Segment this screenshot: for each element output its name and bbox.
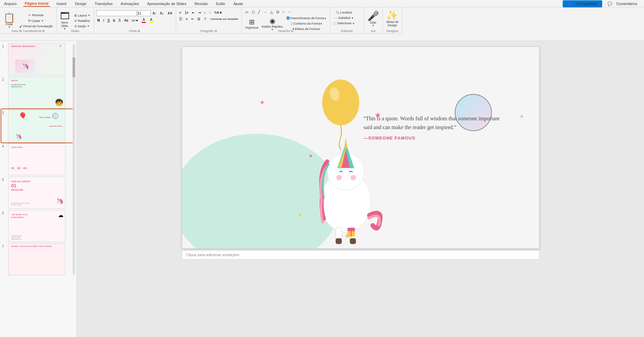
microphone-icon: 🎤 bbox=[367, 11, 379, 21]
organize-icon: ⊞ bbox=[249, 18, 255, 26]
quote-box: “This is a quote. Words full of wisdom t… bbox=[364, 114, 505, 141]
slide-thumb-6[interactable]: 6 THE SLIDE TITLE GOES HERE! ☁ • Bullet … bbox=[1, 209, 73, 243]
justify-button[interactable]: ☰ bbox=[196, 17, 202, 22]
dictate-button[interactable]: 🎤 Ditar ▼ bbox=[366, 9, 381, 29]
slide-preview-7: AUTHOR: YOU CAN TALK ABOUT THAT CONTENT bbox=[8, 243, 65, 275]
slides-label: Slides bbox=[57, 29, 94, 33]
highlight-button[interactable]: A bbox=[148, 17, 155, 24]
slide-scrollbar-thumb[interactable] bbox=[73, 57, 75, 78]
menu-apresentacao[interactable]: Apresentação de Slides bbox=[146, 1, 188, 6]
scissors-icon: ✂ bbox=[28, 13, 31, 17]
svg-point-10 bbox=[351, 175, 356, 180]
comments-button[interactable]: 💬 Comentários bbox=[604, 0, 641, 7]
slide-thumb-4[interactable]: 4 01 02 03 CONCLUSION bbox=[1, 143, 73, 176]
slide-scrollbar-track[interactable] bbox=[73, 44, 75, 275]
menu-design[interactable]: Design bbox=[74, 1, 88, 6]
line-button[interactable]: ╱ bbox=[257, 9, 261, 14]
new-slide-button[interactable]: 🗔 NovoSlide ▼ bbox=[59, 11, 71, 31]
paragraph-label: Parágrafo ⊞ bbox=[176, 29, 242, 33]
numbering-button[interactable]: 1≡ bbox=[183, 10, 190, 15]
replace-icon: ↔ bbox=[334, 16, 337, 20]
text-direction-button[interactable]: ↻A▼ bbox=[213, 10, 224, 15]
svg-marker-8 bbox=[344, 138, 347, 148]
slide-thumb-2[interactable]: 2 WHOA! 🧒 It could be here theimportant … bbox=[1, 76, 73, 109]
triangle-button[interactable]: △ bbox=[269, 9, 274, 14]
svg-rect-14 bbox=[350, 238, 356, 244]
rect-button[interactable]: ▭ bbox=[244, 9, 250, 14]
cylinder-button[interactable]: ⊡ bbox=[275, 9, 280, 14]
top-right-actions: 👤 Compartilhar 💬 Comentários bbox=[560, 0, 644, 7]
char-spacing-button[interactable]: AV▼ bbox=[130, 18, 140, 23]
arrow-button[interactable]: → bbox=[262, 9, 268, 14]
oval-button[interactable]: ○ bbox=[281, 9, 286, 14]
align-right-button[interactable]: ⬰ bbox=[190, 16, 195, 22]
menu-pagina-inicial[interactable]: Página Inicial bbox=[23, 1, 50, 7]
replace-button[interactable]: ↔ Substituir ▼ bbox=[332, 16, 356, 20]
strikethrough-button[interactable]: S̶ bbox=[112, 18, 116, 23]
font-size-input[interactable] bbox=[137, 10, 151, 16]
slide-thumb-7[interactable]: 7 AUTHOR: YOU CAN TALK ABOUT THAT CONTEN… bbox=[1, 243, 73, 276]
line-spacing-button[interactable]: ↕ bbox=[203, 10, 207, 15]
layout-button[interactable]: ⊞ Layout ▼ bbox=[73, 13, 92, 18]
paragraph-expand[interactable]: ⊞ bbox=[215, 29, 217, 33]
cut-button[interactable]: ✂ Recortar bbox=[18, 13, 54, 18]
increase-indent-button[interactable]: ⇥ bbox=[197, 10, 202, 15]
menu-inserir[interactable]: Inserir bbox=[55, 1, 68, 6]
reset-button[interactable]: ↺ Redefinir bbox=[73, 19, 92, 23]
drawing-expand[interactable]: ⊞ bbox=[291, 29, 293, 33]
highlight-icon: A bbox=[149, 18, 153, 23]
quote-author: —SOMEONE FAMOUS bbox=[364, 135, 505, 141]
menu-exibir[interactable]: Exibir bbox=[215, 1, 227, 6]
svg-point-9 bbox=[336, 175, 342, 180]
thumb5-headline: THIS IS A GREAT 01 HEADLINE bbox=[11, 180, 30, 192]
share-icon: 👤 bbox=[566, 1, 573, 7]
menu-revisao[interactable]: Revisão bbox=[193, 1, 209, 6]
increase-font-button[interactable]: A↑ bbox=[151, 11, 158, 16]
columns-button[interactable]: ⫶ bbox=[208, 10, 212, 15]
font-color-button[interactable]: A bbox=[140, 17, 147, 24]
menu-ajuda[interactable]: Ajuda bbox=[232, 1, 244, 6]
fill-button[interactable]: 🪣 Preenchimento de Forma ▼ bbox=[285, 16, 328, 21]
menu-animacoes[interactable]: Animações bbox=[119, 1, 140, 6]
search-icon: 🔍 bbox=[336, 11, 339, 14]
design-ideas-button[interactable]: ✨ Ideias deDesign bbox=[385, 9, 400, 29]
outline-button[interactable]: ⬜ Contorno da Forma ▼ bbox=[285, 21, 328, 26]
slide-thumb-5[interactable]: 5 THIS IS A GREAT 01 HEADLINE 🦄 One word… bbox=[1, 176, 73, 209]
align-center-button[interactable]: ≡ bbox=[185, 17, 189, 22]
slide-preview-2: WHOA! 🧒 It could be here theimportant te… bbox=[8, 76, 65, 109]
editing-label: Editando bbox=[330, 29, 364, 33]
clear-format-button[interactable]: ✗A bbox=[166, 11, 174, 16]
find-button[interactable]: 🔍 Localizar bbox=[332, 10, 356, 15]
slide-thumb-3[interactable]: 3 🎈 🦄 "This is a quote..." —SOMEONE FAMO… bbox=[1, 109, 73, 143]
notes-area[interactable]: Clique para adicionar anotações bbox=[182, 250, 539, 259]
slide-thumb-1[interactable]: 1 FANTASY BIRTHDAY! 🦄 ★ bbox=[1, 42, 73, 76]
decrease-indent-button[interactable]: ⇤ bbox=[191, 10, 196, 15]
bullets-button[interactable]: ≡ bbox=[178, 10, 183, 15]
more-shapes-button[interactable]: ⋯ bbox=[286, 9, 292, 14]
rounded-rect-button[interactable]: ▢ bbox=[250, 9, 256, 14]
underline-button[interactable]: S bbox=[106, 18, 111, 23]
share-button[interactable]: 👤 Compartilhar bbox=[563, 0, 602, 7]
bold-button[interactable]: N bbox=[96, 18, 101, 23]
menu-bar: Arquivo Página Inicial Inserir Design Tr… bbox=[0, 0, 644, 7]
main-slide[interactable]: ★ ★ ★ ★ ★ ★ ★ ★ ★ ★ ★ ★ bbox=[182, 47, 539, 249]
align-text-button[interactable]: ⊤ bbox=[202, 17, 208, 22]
designer-label: Designer bbox=[383, 29, 402, 33]
format-painter-button[interactable]: 🖌 Pincel de Formatação bbox=[18, 24, 54, 29]
menu-arquivo[interactable]: Arquivo bbox=[3, 1, 18, 6]
clipboard-expand[interactable]: ⊞ bbox=[42, 29, 45, 33]
thumb2-title: WHOA! bbox=[11, 80, 18, 82]
section-button[interactable]: § Seção ▼ bbox=[73, 24, 92, 29]
menu-transicoes[interactable]: Transições bbox=[93, 1, 114, 6]
italic-button[interactable]: I bbox=[102, 18, 106, 23]
select-button[interactable]: ⬚ Selecionar ▼ bbox=[332, 21, 356, 26]
paste-button[interactable]: 📋 Colar ▼ bbox=[2, 11, 17, 31]
shadow-button[interactable]: S bbox=[117, 18, 122, 23]
font-expand[interactable]: ⊞ bbox=[138, 29, 140, 33]
smartart-button[interactable]: Converter em SmartArt bbox=[209, 17, 239, 21]
smallcaps-button[interactable]: Aa bbox=[123, 18, 130, 23]
align-left-button[interactable]: ⬱ bbox=[178, 16, 184, 22]
font-name-input[interactable] bbox=[96, 10, 137, 16]
copy-button[interactable]: ⧉ Copiar ▼ bbox=[18, 18, 54, 23]
decrease-font-button[interactable]: A↓ bbox=[159, 11, 165, 16]
